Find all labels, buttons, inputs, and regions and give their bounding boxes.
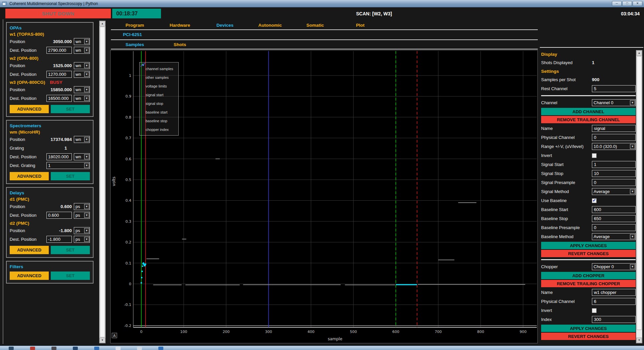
add-channel-button[interactable]: ADD CHANNEL: [541, 108, 636, 115]
shutdown-button[interactable]: SHUT DOWN: [5, 9, 111, 18]
taskbar-icon[interactable]: [137, 347, 142, 350]
plot-legend[interactable]: channel samplesother samplesvoltage limi…: [139, 62, 179, 136]
units-select[interactable]: ps▼: [74, 212, 90, 219]
name-input[interactable]: signal: [592, 125, 636, 132]
units-select[interactable]: wn▼: [74, 62, 90, 69]
set-button[interactable]: SET: [51, 172, 90, 180]
advanced-button[interactable]: ADVANCED: [10, 272, 49, 280]
units-select[interactable]: wn▼: [74, 86, 90, 93]
window-titlebar[interactable]: Coherent Multidimensional Spectroscopy |…: [0, 0, 644, 7]
range-v-uv-level-label: Range +/-V, (uV/level): [541, 144, 592, 149]
taskbar-icon[interactable]: [94, 347, 99, 350]
close-button[interactable]: ✕: [633, 1, 642, 6]
signal-stop-input[interactable]: 10: [592, 170, 636, 177]
scroll-down-icon[interactable]: ▼: [636, 338, 642, 343]
dest-position-input[interactable]: -1.800: [46, 236, 72, 243]
main-scrollbar-thumb[interactable]: [100, 27, 105, 337]
baseline-start-input[interactable]: 600: [592, 206, 636, 213]
baseline-stop-input[interactable]: 650: [592, 215, 636, 222]
baseline-presample-input[interactable]: 0: [592, 224, 636, 231]
baseline-start-label: Baseline Start: [541, 207, 592, 212]
baseline-method-select[interactable]: Average▼: [592, 233, 636, 240]
dest-grating-select[interactable]: 1▼: [46, 162, 90, 169]
main-scrollbar[interactable]: ▲ ▼: [99, 21, 106, 343]
settings-scrollbar-thumb[interactable]: [637, 56, 642, 330]
taskbar-icon[interactable]: [9, 347, 14, 350]
samples-plot[interactable]: -0.2-0.100.10.20.30.40.50.60.70.80.91010…: [110, 50, 538, 343]
rest-channel-input[interactable]: 5: [592, 85, 636, 92]
position-value: -1.800: [46, 228, 72, 233]
subtab-samples[interactable]: Samples: [112, 42, 157, 47]
signal-presample-input[interactable]: 0: [592, 179, 636, 186]
minimize-button[interactable]: ─: [612, 1, 622, 6]
units-select[interactable]: wn▼: [74, 95, 90, 102]
set-button[interactable]: SET: [51, 246, 90, 254]
signal-stop-label: Signal Stop: [541, 171, 592, 176]
channel-select[interactable]: Channel 0▼: [592, 99, 636, 106]
units-select[interactable]: wn▼: [74, 153, 90, 160]
signal-start-input[interactable]: 1: [592, 161, 636, 168]
maximize-button[interactable]: □: [622, 1, 632, 6]
section-filters: FiltersADVANCEDSET: [6, 261, 94, 284]
physical-channel-input[interactable]: 6: [592, 298, 636, 305]
taskbar-icon[interactable]: [116, 347, 121, 350]
scroll-down-icon[interactable]: ▼: [100, 338, 105, 343]
apply-changes-button[interactable]: APPLY CHANGES: [541, 325, 636, 332]
index-input[interactable]: 300: [592, 316, 636, 323]
dest-position-input[interactable]: 18020.000: [46, 153, 72, 160]
subtab-shots[interactable]: Shots: [157, 42, 202, 47]
taskbar-icon[interactable]: [73, 347, 78, 350]
dest-position-input[interactable]: 1270.000: [46, 71, 72, 78]
scroll-up-icon[interactable]: ▲: [636, 50, 642, 56]
taskbar[interactable]: [0, 346, 644, 350]
scroll-up-icon[interactable]: ▲: [100, 21, 105, 26]
use-baseline-checkbox[interactable]: [592, 198, 597, 203]
chopper-select[interactable]: Chopper 0▼: [592, 263, 636, 270]
units-select[interactable]: ps▼: [74, 203, 90, 210]
name-input[interactable]: w1 chopper: [592, 289, 636, 296]
section-title: Spectrometers: [10, 123, 90, 128]
remove-trailing-chopper-button[interactable]: REMOVE TRAILING CHOPPER: [541, 280, 636, 287]
range-v-uv-level-select[interactable]: 10.0 (320.0)▼: [592, 143, 636, 150]
advanced-button[interactable]: ADVANCED: [10, 105, 49, 113]
dest-position-label: Dest. Position: [10, 154, 44, 159]
invert-checkbox[interactable]: [592, 153, 597, 158]
units-select[interactable]: wn▼: [74, 71, 90, 78]
tab-hardware[interactable]: Hardware: [157, 23, 202, 28]
dest-position-input[interactable]: 2790.000: [46, 47, 72, 54]
remove-trailing-channel-button[interactable]: REMOVE TRAILING CHANNEL: [541, 116, 636, 123]
units-select[interactable]: ps▼: [74, 227, 90, 234]
units-select[interactable]: wn▼: [74, 47, 90, 54]
revert-changes-button[interactable]: REVERT CHANGES: [541, 333, 636, 340]
units-select[interactable]: ps▼: [74, 236, 90, 243]
physical-channel-input[interactable]: 0: [592, 134, 636, 141]
tab-autonomic[interactable]: Autonomic: [248, 23, 293, 28]
tab-program[interactable]: Program: [112, 23, 157, 28]
hardware-name: d1 (PMC): [10, 197, 29, 202]
add-chopper-button[interactable]: ADD CHOPPER: [541, 272, 636, 279]
revert-changes-button[interactable]: REVERT CHANGES: [541, 250, 636, 257]
invert-checkbox[interactable]: [592, 308, 597, 313]
legend-label: signal start: [146, 93, 163, 97]
dest-position-input[interactable]: 0.600: [46, 212, 72, 219]
taskbar-icon[interactable]: [158, 347, 163, 350]
y-tick-label: 0.9: [126, 94, 132, 99]
hardware-row: Dest. Position2790.000wn▼: [10, 46, 90, 54]
apply-changes-button[interactable]: APPLY CHANGES: [541, 242, 636, 249]
dest-position-input[interactable]: 16500.000: [46, 95, 72, 102]
tab-devices[interactable]: Devices: [202, 23, 248, 28]
signal-method-select[interactable]: Average▼: [592, 188, 636, 195]
settings-scrollbar[interactable]: ▲ ▼: [636, 50, 642, 343]
units-select[interactable]: wn▼: [74, 38, 90, 45]
taskbar-icon[interactable]: [51, 347, 56, 350]
tab-somatic[interactable]: Somatic: [293, 23, 338, 28]
taskbar-icon[interactable]: [30, 347, 35, 350]
units-select[interactable]: wn▼: [74, 136, 90, 143]
advanced-button[interactable]: ADVANCED: [10, 246, 49, 254]
hardware-row: Dest. Position1270.000wn▼: [10, 70, 90, 78]
tab-plot[interactable]: Plot: [338, 23, 383, 28]
set-button[interactable]: SET: [51, 105, 90, 113]
advanced-button[interactable]: ADVANCED: [10, 172, 49, 180]
set-button[interactable]: SET: [51, 272, 90, 280]
chevron-down-icon: ▼: [84, 163, 89, 168]
